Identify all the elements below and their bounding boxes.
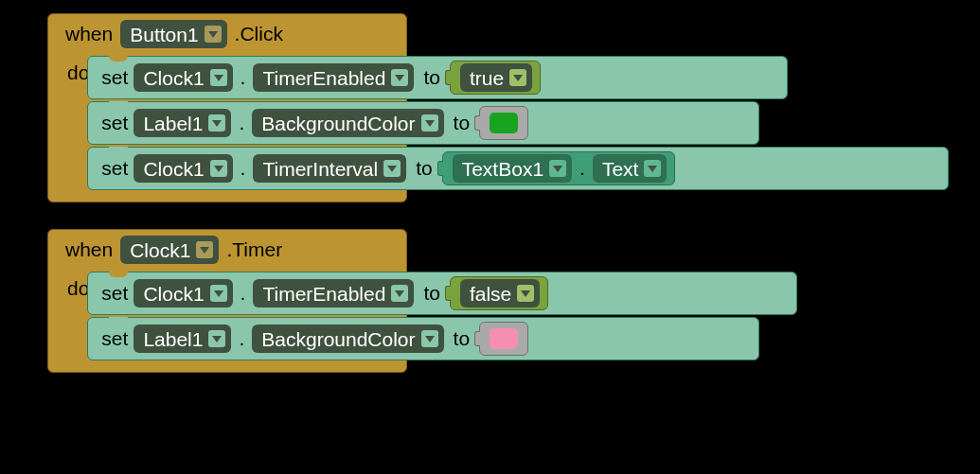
to-keyword: to (423, 282, 440, 305)
dot: . (239, 157, 248, 180)
event-header: when Clock1 .Timer (48, 230, 406, 268)
dot: . (239, 282, 248, 305)
component-dropdown[interactable]: Clock1 (120, 236, 219, 264)
event-header: when Button1 .Click (48, 14, 406, 52)
blocks-canvas[interactable]: when Button1 .Click do set Clock1 . (0, 0, 980, 399)
color-value-block[interactable] (479, 322, 528, 356)
chevron-down-icon[interactable] (210, 160, 227, 177)
set-block[interactable]: set Clock1 . TimerEnabled to true (87, 56, 788, 99)
chevron-down-icon[interactable] (208, 114, 225, 132)
color-value-block[interactable] (479, 106, 528, 140)
bool-dropdown[interactable]: false (460, 279, 540, 307)
chevron-down-icon[interactable] (421, 114, 438, 132)
color-swatch[interactable] (490, 113, 518, 133)
property-dropdown[interactable]: BackgroundColor (252, 325, 443, 353)
to-keyword: to (454, 327, 471, 350)
property-dropdown[interactable]: BackgroundColor (252, 109, 443, 137)
chevron-down-icon[interactable] (210, 285, 227, 302)
event-block-clock1-timer[interactable]: when Clock1 .Timer do set Clock1 . (47, 229, 407, 373)
property-dropdown[interactable]: TimerEnabled (253, 63, 414, 92)
to-keyword: to (454, 112, 471, 134)
set-keyword: set (101, 112, 128, 134)
chevron-down-icon[interactable] (210, 69, 227, 86)
event-name: .Timer (226, 238, 282, 261)
component-dropdown[interactable]: TextBox1 (453, 154, 572, 183)
set-keyword: set (101, 66, 128, 89)
component-name: Button1 (130, 25, 198, 44)
to-keyword: to (416, 157, 433, 180)
logic-value-block[interactable]: true (450, 61, 541, 95)
dot: . (237, 112, 246, 134)
component-name: Clock1 (130, 240, 190, 260)
do-keyword: do (48, 268, 89, 300)
set-keyword: set (101, 157, 128, 180)
chevron-down-icon[interactable] (383, 160, 401, 177)
component-dropdown[interactable]: Label1 (134, 109, 231, 137)
do-keyword: do (48, 52, 89, 84)
chevron-down-icon[interactable] (644, 160, 661, 177)
chevron-down-icon[interactable] (509, 69, 526, 86)
chevron-down-icon[interactable] (391, 285, 408, 302)
chevron-down-icon[interactable] (549, 160, 566, 177)
bool-dropdown[interactable]: true (460, 63, 532, 92)
event-name: .Click (235, 23, 283, 45)
chevron-down-icon[interactable] (208, 330, 225, 347)
statement-list: set Clock1 . TimerEnabled to false (87, 268, 797, 360)
component-dropdown[interactable]: Clock1 (134, 279, 232, 307)
chevron-down-icon[interactable] (391, 69, 408, 86)
property-dropdown[interactable]: TimerEnabled (253, 279, 414, 307)
set-block[interactable]: set Label1 . BackgroundColor to (87, 317, 759, 360)
dot: . (578, 157, 587, 180)
chevron-down-icon[interactable] (205, 26, 222, 43)
property-dropdown[interactable]: Text (593, 154, 668, 183)
set-block[interactable]: set Clock1 . TimerInterval to TextB (87, 147, 949, 190)
set-block[interactable]: set Label1 . BackgroundColor to (87, 101, 759, 145)
dot: . (237, 327, 246, 350)
set-keyword: set (101, 327, 128, 350)
set-keyword: set (101, 282, 128, 305)
logic-value-block[interactable]: false (450, 276, 548, 310)
component-dropdown[interactable]: Clock1 (134, 154, 232, 183)
to-keyword: to (423, 66, 440, 89)
component-dropdown[interactable]: Clock1 (134, 63, 232, 92)
component-dropdown[interactable]: Button1 (120, 20, 226, 48)
property-getter-block[interactable]: TextBox1 . Text (442, 151, 676, 185)
dot: . (239, 66, 248, 89)
event-block-button1-click[interactable]: when Button1 .Click do set Clock1 . (47, 13, 407, 202)
when-keyword: when (65, 23, 113, 45)
set-block[interactable]: set Clock1 . TimerEnabled to false (87, 272, 797, 315)
chevron-down-icon[interactable] (421, 330, 438, 347)
color-swatch[interactable] (490, 328, 518, 349)
property-dropdown[interactable]: TimerInterval (253, 154, 406, 183)
when-keyword: when (65, 238, 113, 261)
chevron-down-icon[interactable] (196, 241, 213, 258)
statement-list: set Clock1 . TimerEnabled to true (87, 52, 949, 190)
component-dropdown[interactable]: Label1 (134, 325, 231, 353)
chevron-down-icon[interactable] (517, 285, 534, 302)
